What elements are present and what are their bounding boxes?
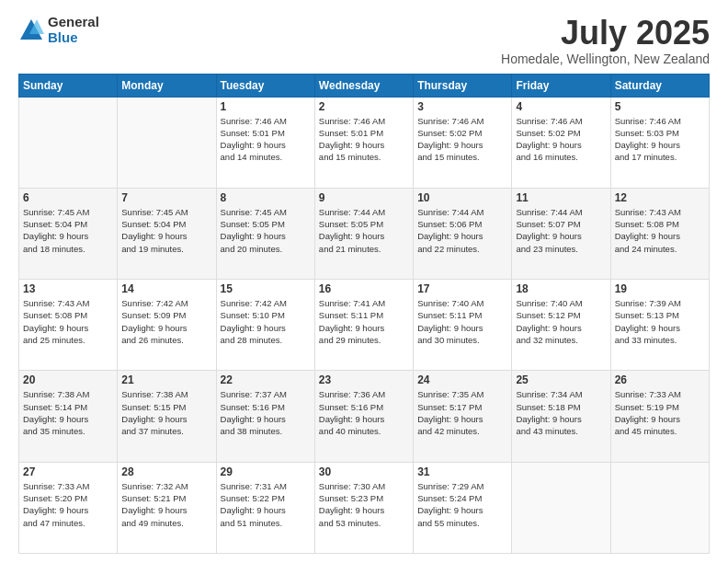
table-row: 27Sunrise: 7:33 AMSunset: 5:20 PMDayligh… (19, 462, 118, 553)
page: General Blue July 2025 Homedale, Welling… (0, 0, 728, 563)
day-info: Sunrise: 7:37 AMSunset: 5:16 PMDaylight:… (221, 388, 311, 437)
calendar-week-row: 6Sunrise: 7:45 AMSunset: 5:04 PMDaylight… (19, 188, 710, 279)
table-row: 8Sunrise: 7:45 AMSunset: 5:05 PMDaylight… (216, 188, 314, 279)
day-number: 20 (23, 373, 113, 386)
table-row: 4Sunrise: 7:46 AMSunset: 5:02 PMDaylight… (512, 97, 610, 188)
table-row: 20Sunrise: 7:38 AMSunset: 5:14 PMDayligh… (19, 371, 118, 462)
table-row: 16Sunrise: 7:41 AMSunset: 5:11 PMDayligh… (314, 280, 413, 371)
day-info: Sunrise: 7:44 AMSunset: 5:07 PMDaylight:… (516, 206, 606, 255)
col-friday: Friday (512, 74, 610, 97)
day-number: 21 (121, 373, 211, 386)
day-info: Sunrise: 7:33 AMSunset: 5:20 PMDaylight:… (23, 480, 113, 529)
day-number: 11 (516, 191, 606, 204)
table-row: 2Sunrise: 7:46 AMSunset: 5:01 PMDaylight… (314, 97, 413, 188)
table-row: 9Sunrise: 7:44 AMSunset: 5:05 PMDaylight… (314, 188, 413, 279)
day-number: 6 (23, 191, 113, 204)
day-info: Sunrise: 7:31 AMSunset: 5:22 PMDaylight:… (221, 480, 311, 529)
day-number: 27 (23, 465, 113, 478)
day-number: 3 (417, 100, 507, 113)
col-sunday: Sunday (19, 74, 118, 97)
day-number: 8 (221, 191, 311, 204)
table-row: 28Sunrise: 7:32 AMSunset: 5:21 PMDayligh… (118, 462, 216, 553)
table-row (118, 97, 216, 188)
table-row: 7Sunrise: 7:45 AMSunset: 5:04 PMDaylight… (118, 188, 216, 279)
table-row: 15Sunrise: 7:42 AMSunset: 5:10 PMDayligh… (216, 280, 314, 371)
table-row: 6Sunrise: 7:45 AMSunset: 5:04 PMDaylight… (19, 188, 118, 279)
day-number: 24 (417, 373, 507, 386)
day-info: Sunrise: 7:41 AMSunset: 5:11 PMDaylight:… (319, 297, 409, 346)
calendar-week-row: 1Sunrise: 7:46 AMSunset: 5:01 PMDaylight… (19, 97, 710, 188)
table-row (610, 462, 709, 553)
day-info: Sunrise: 7:29 AMSunset: 5:24 PMDaylight:… (417, 480, 507, 529)
table-row: 10Sunrise: 7:44 AMSunset: 5:06 PMDayligh… (414, 188, 512, 279)
table-row: 29Sunrise: 7:31 AMSunset: 5:22 PMDayligh… (216, 462, 314, 553)
day-number: 16 (319, 282, 409, 295)
day-number: 31 (417, 465, 507, 478)
table-row: 1Sunrise: 7:46 AMSunset: 5:01 PMDaylight… (216, 97, 314, 188)
logo-icon (18, 17, 44, 43)
day-number: 30 (319, 465, 409, 478)
logo-general-text: General (48, 15, 99, 30)
day-info: Sunrise: 7:36 AMSunset: 5:16 PMDaylight:… (319, 388, 409, 437)
title-area: July 2025 Homedale, Wellington, New Zeal… (501, 15, 710, 66)
day-info: Sunrise: 7:30 AMSunset: 5:23 PMDaylight:… (319, 480, 409, 529)
day-number: 23 (319, 373, 409, 386)
day-info: Sunrise: 7:38 AMSunset: 5:15 PMDaylight:… (121, 388, 211, 437)
table-row: 18Sunrise: 7:40 AMSunset: 5:12 PMDayligh… (512, 280, 610, 371)
calendar-week-row: 27Sunrise: 7:33 AMSunset: 5:20 PMDayligh… (19, 462, 710, 553)
table-row: 31Sunrise: 7:29 AMSunset: 5:24 PMDayligh… (414, 462, 512, 553)
col-wednesday: Wednesday (314, 74, 413, 97)
table-row: 25Sunrise: 7:34 AMSunset: 5:18 PMDayligh… (512, 371, 610, 462)
table-row: 24Sunrise: 7:35 AMSunset: 5:17 PMDayligh… (414, 371, 512, 462)
day-info: Sunrise: 7:42 AMSunset: 5:09 PMDaylight:… (121, 297, 211, 346)
day-number: 4 (516, 100, 606, 113)
table-row: 30Sunrise: 7:30 AMSunset: 5:23 PMDayligh… (314, 462, 413, 553)
day-info: Sunrise: 7:40 AMSunset: 5:11 PMDaylight:… (417, 297, 507, 346)
day-number: 18 (516, 282, 606, 295)
logo: General Blue (18, 15, 99, 45)
col-monday: Monday (118, 74, 216, 97)
day-number: 13 (23, 282, 113, 295)
day-info: Sunrise: 7:46 AMSunset: 5:01 PMDaylight:… (319, 115, 409, 164)
table-row: 22Sunrise: 7:37 AMSunset: 5:16 PMDayligh… (216, 371, 314, 462)
table-row: 21Sunrise: 7:38 AMSunset: 5:15 PMDayligh… (118, 371, 216, 462)
day-number: 22 (221, 373, 311, 386)
day-info: Sunrise: 7:46 AMSunset: 5:03 PMDaylight:… (615, 115, 705, 164)
day-info: Sunrise: 7:34 AMSunset: 5:18 PMDaylight:… (516, 388, 606, 437)
logo-blue-text: Blue (48, 30, 99, 46)
table-row: 12Sunrise: 7:43 AMSunset: 5:08 PMDayligh… (610, 188, 709, 279)
day-info: Sunrise: 7:46 AMSunset: 5:02 PMDaylight:… (516, 115, 606, 164)
day-number: 29 (221, 465, 311, 478)
table-row (512, 462, 610, 553)
table-row: 23Sunrise: 7:36 AMSunset: 5:16 PMDayligh… (314, 371, 413, 462)
col-saturday: Saturday (610, 74, 709, 97)
day-info: Sunrise: 7:45 AMSunset: 5:04 PMDaylight:… (23, 206, 113, 255)
table-row: 26Sunrise: 7:33 AMSunset: 5:19 PMDayligh… (610, 371, 709, 462)
table-row: 17Sunrise: 7:40 AMSunset: 5:11 PMDayligh… (414, 280, 512, 371)
col-tuesday: Tuesday (216, 74, 314, 97)
day-info: Sunrise: 7:44 AMSunset: 5:06 PMDaylight:… (417, 206, 507, 255)
day-number: 10 (417, 191, 507, 204)
day-number: 26 (615, 373, 705, 386)
day-number: 28 (121, 465, 211, 478)
day-info: Sunrise: 7:33 AMSunset: 5:19 PMDaylight:… (615, 388, 705, 437)
day-number: 17 (417, 282, 507, 295)
day-info: Sunrise: 7:45 AMSunset: 5:04 PMDaylight:… (121, 206, 211, 255)
day-info: Sunrise: 7:40 AMSunset: 5:12 PMDaylight:… (516, 297, 606, 346)
calendar-week-row: 13Sunrise: 7:43 AMSunset: 5:08 PMDayligh… (19, 280, 710, 371)
day-info: Sunrise: 7:46 AMSunset: 5:01 PMDaylight:… (221, 115, 311, 164)
day-number: 19 (615, 282, 705, 295)
table-row: 5Sunrise: 7:46 AMSunset: 5:03 PMDaylight… (610, 97, 709, 188)
day-info: Sunrise: 7:45 AMSunset: 5:05 PMDaylight:… (221, 206, 311, 255)
day-number: 14 (121, 282, 211, 295)
col-thursday: Thursday (414, 74, 512, 97)
day-number: 15 (221, 282, 311, 295)
day-info: Sunrise: 7:38 AMSunset: 5:14 PMDaylight:… (23, 388, 113, 437)
table-row: 13Sunrise: 7:43 AMSunset: 5:08 PMDayligh… (19, 280, 118, 371)
calendar-week-row: 20Sunrise: 7:38 AMSunset: 5:14 PMDayligh… (19, 371, 710, 462)
calendar-table: Sunday Monday Tuesday Wednesday Thursday… (18, 74, 710, 554)
day-number: 2 (319, 100, 409, 113)
day-number: 9 (319, 191, 409, 204)
subtitle: Homedale, Wellington, New Zealand (501, 52, 710, 66)
table-row: 14Sunrise: 7:42 AMSunset: 5:09 PMDayligh… (118, 280, 216, 371)
